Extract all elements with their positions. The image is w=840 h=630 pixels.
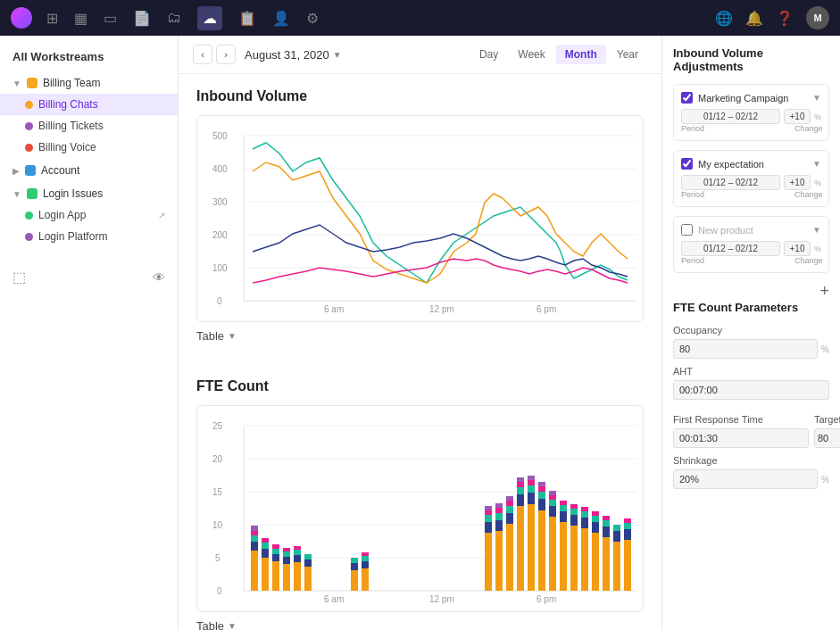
sidebar-group-billing: ▼ Billing Team Billing Chats Billing Tic… bbox=[0, 72, 178, 158]
svg-rect-89 bbox=[538, 499, 545, 510]
billing-tickets-label: Billing Tickets bbox=[38, 120, 104, 132]
avatar[interactable]: M bbox=[806, 6, 829, 29]
adj-marketing-checkbox[interactable] bbox=[681, 92, 693, 104]
svg-rect-102 bbox=[570, 526, 578, 591]
bar-group-9 bbox=[485, 506, 492, 591]
occupancy-input[interactable] bbox=[673, 339, 818, 359]
bar-group-22 bbox=[624, 518, 631, 591]
fte-table-toggle-label: Table bbox=[196, 619, 224, 630]
tab-day[interactable]: Day bbox=[470, 45, 507, 64]
svg-rect-84 bbox=[528, 493, 535, 504]
aht-input[interactable] bbox=[673, 380, 829, 400]
sidebar-item-login-platform[interactable]: Login Platform bbox=[0, 226, 178, 247]
svg-rect-35 bbox=[251, 531, 258, 535]
svg-rect-106 bbox=[581, 528, 588, 591]
nav-dashboard-icon[interactable]: ▦ bbox=[74, 10, 87, 27]
svg-rect-115 bbox=[603, 526, 610, 537]
nav-clipboard-icon[interactable]: 📋 bbox=[238, 10, 256, 27]
tab-week[interactable]: Week bbox=[509, 45, 553, 64]
nav-icons: ⊞ ▦ ▭ 📄 🗂 ☁ 📋 👤 ⚙ bbox=[46, 6, 319, 30]
sidebar-item-login-app[interactable]: Login App ↗ bbox=[0, 204, 178, 226]
sidebar-bottom-icon[interactable]: ⬚ bbox=[12, 269, 26, 286]
sidebar-group-login-header[interactable]: ▼ Login Issues bbox=[0, 183, 178, 204]
svg-rect-41 bbox=[272, 561, 279, 591]
tab-year[interactable]: Year bbox=[608, 45, 647, 64]
adj-marketing-change[interactable]: +10 bbox=[784, 109, 811, 124]
svg-rect-91 bbox=[538, 486, 545, 492]
prev-date-button[interactable]: ‹ bbox=[193, 45, 212, 64]
billing-team-icon bbox=[27, 78, 37, 88]
nav-gear-icon[interactable]: ⚙ bbox=[306, 10, 319, 27]
svg-rect-64 bbox=[485, 522, 492, 533]
adj-expectation-period[interactable]: 01/12 – 02/12 bbox=[681, 175, 780, 190]
nav-files-icon[interactable]: 📄 bbox=[133, 10, 151, 27]
date-selector[interactable]: August 31, 2020 ▼ bbox=[245, 48, 342, 62]
nav-help-icon[interactable]: ❓ bbox=[776, 10, 794, 27]
svg-rect-32 bbox=[251, 551, 258, 591]
shrinkage-input[interactable] bbox=[673, 469, 818, 489]
adj-newproduct-checkbox[interactable] bbox=[681, 224, 693, 236]
adj-marketing-expand-icon[interactable]: ▼ bbox=[812, 93, 821, 103]
svg-text:12 pm: 12 pm bbox=[429, 594, 454, 604]
svg-rect-63 bbox=[485, 533, 492, 591]
adj-newproduct-change[interactable]: +10 bbox=[784, 241, 811, 256]
sidebar-group-account-header[interactable]: ▶ Account bbox=[0, 160, 178, 181]
svg-rect-82 bbox=[517, 477, 524, 482]
nav-person-icon[interactable]: 👤 bbox=[272, 10, 290, 27]
sidebar-item-billing-chats[interactable]: Billing Chats bbox=[0, 94, 178, 115]
svg-text:12 pm: 12 pm bbox=[429, 304, 454, 314]
sidebar-group-billing-header[interactable]: ▼ Billing Team bbox=[0, 72, 178, 94]
content-header: ‹ › August 31, 2020 ▼ Day Week Month Yea… bbox=[179, 36, 661, 74]
svg-rect-46 bbox=[283, 557, 290, 564]
adj-expectation-change[interactable]: +10 bbox=[784, 175, 811, 190]
nav-bell-icon[interactable]: 🔔 bbox=[745, 10, 763, 27]
fte-params-section: FTE Count Parameters Occupancy % AHT Fir… bbox=[673, 301, 829, 489]
svg-rect-72 bbox=[495, 503, 503, 508]
svg-rect-62 bbox=[362, 552, 369, 556]
svg-rect-113 bbox=[592, 511, 599, 516]
adj-marketing-period[interactable]: 01/12 – 02/12 bbox=[681, 109, 780, 124]
fte-count-table-toggle[interactable]: Table ▼ bbox=[196, 612, 644, 630]
adj-expectation-expand-icon[interactable]: ▼ bbox=[812, 159, 821, 169]
adj-newproduct-period[interactable]: 01/12 – 02/12 bbox=[681, 241, 780, 256]
bar-group-21 bbox=[613, 525, 620, 591]
shrinkage-label: Shrinkage bbox=[673, 455, 829, 466]
tab-month[interactable]: Month bbox=[556, 45, 606, 64]
target-input[interactable] bbox=[814, 428, 840, 448]
svg-rect-75 bbox=[506, 506, 513, 513]
inbound-volume-table-toggle[interactable]: Table ▼ bbox=[196, 322, 644, 350]
aht-label: AHT bbox=[673, 366, 829, 377]
nav-chart-icon[interactable]: ▭ bbox=[104, 10, 117, 27]
svg-rect-70 bbox=[495, 513, 503, 520]
next-date-button[interactable]: › bbox=[216, 45, 236, 64]
bar-group-3 bbox=[272, 544, 279, 591]
adj-newproduct-expand-icon[interactable]: ▼ bbox=[812, 225, 821, 235]
bar-group-16 bbox=[560, 501, 567, 591]
fte-count-chart: 25 20 15 10 5 0 6 am 12 pm 6 pm bbox=[196, 405, 644, 612]
nav-person-file-icon[interactable]: 🗂 bbox=[167, 10, 181, 26]
svg-text:0: 0 bbox=[217, 296, 222, 306]
nav-grid-icon[interactable]: ⊞ bbox=[46, 10, 58, 27]
adj-expectation-name: My expectation bbox=[698, 159, 807, 170]
app-logo[interactable] bbox=[11, 7, 32, 29]
svg-text:100: 100 bbox=[212, 263, 228, 273]
sidebar-eye-icon[interactable]: 👁 bbox=[153, 270, 165, 285]
sidebar-group-login: ▼ Login Issues Login App ↗ Login Platfor… bbox=[0, 183, 178, 247]
adj-expectation-checkbox[interactable] bbox=[681, 158, 693, 170]
sidebar-item-billing-voice[interactable]: Billing Voice bbox=[0, 137, 178, 158]
svg-rect-79 bbox=[517, 494, 524, 506]
adj-expectation-change-label: Change bbox=[794, 190, 821, 199]
svg-rect-34 bbox=[251, 535, 258, 542]
nav-globe-icon[interactable]: 🌐 bbox=[715, 10, 733, 27]
add-adjustment-icon[interactable]: + bbox=[819, 282, 829, 301]
first-response-input[interactable] bbox=[673, 428, 809, 448]
svg-rect-103 bbox=[570, 515, 578, 526]
occupancy-unit: % bbox=[821, 344, 829, 354]
sidebar-item-billing-tickets[interactable]: Billing Tickets bbox=[0, 115, 178, 137]
svg-rect-83 bbox=[528, 504, 535, 591]
bar-group-12 bbox=[517, 477, 524, 591]
svg-rect-95 bbox=[549, 500, 556, 506]
billing-tickets-dot bbox=[25, 122, 33, 130]
svg-rect-76 bbox=[506, 501, 513, 506]
nav-cloud-icon[interactable]: ☁ bbox=[197, 6, 222, 30]
